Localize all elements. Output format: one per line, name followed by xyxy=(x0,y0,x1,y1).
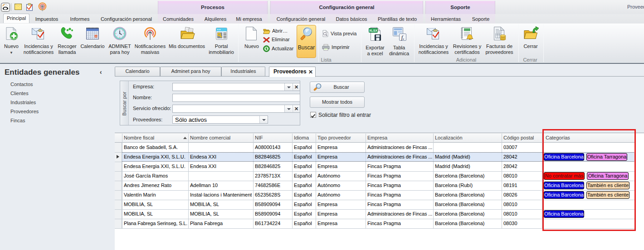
svg-text:XLSX: XLSX xyxy=(369,29,378,32)
svg-text:fₓ: fₓ xyxy=(401,34,405,41)
